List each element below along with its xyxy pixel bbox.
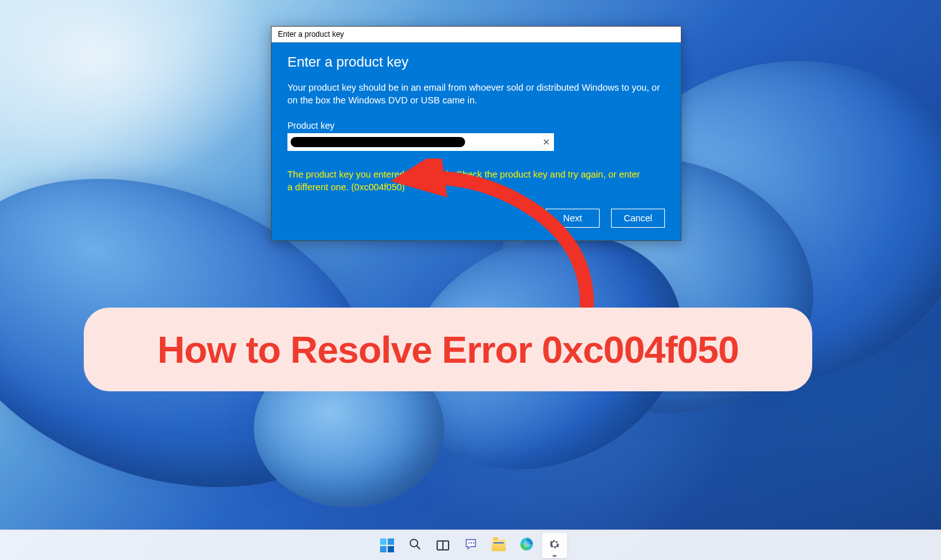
search-button[interactable] [402, 533, 428, 558]
start-button[interactable] [374, 533, 400, 558]
dialog-description: Your product key should be in an email f… [287, 82, 665, 107]
chat-button[interactable] [458, 533, 484, 558]
folder-icon [492, 540, 506, 551]
settings-button[interactable] [542, 533, 567, 558]
search-icon [409, 538, 421, 553]
taskview-button[interactable] [430, 533, 456, 558]
caption-banner: How to Resolve Error 0xc004f050 [84, 308, 812, 391]
svg-point-4 [470, 542, 471, 544]
svg-point-7 [523, 541, 529, 547]
caption-text: How to Resolve Error 0xc004f050 [157, 328, 739, 372]
dialog-heading: Enter a product key [287, 54, 665, 70]
chat-icon [464, 537, 478, 554]
svg-point-5 [473, 542, 474, 544]
taskview-icon [437, 540, 449, 550]
svg-line-2 [416, 545, 419, 549]
edge-icon [519, 537, 534, 554]
taskbar [0, 530, 941, 560]
clear-input-icon[interactable]: ✕ [543, 137, 550, 147]
windows-logo-icon [380, 538, 394, 552]
next-button[interactable]: Next [546, 209, 600, 228]
file-explorer-button[interactable] [486, 533, 511, 558]
gear-icon [548, 537, 562, 554]
svg-point-3 [468, 542, 470, 544]
edge-button[interactable] [514, 533, 539, 558]
dialog-body: Enter a product key Your product key sho… [272, 42, 681, 240]
product-key-dialog: Enter a product key Enter a product key … [271, 26, 681, 241]
cancel-button[interactable]: Cancel [611, 209, 665, 228]
dialog-button-row: Next Cancel [287, 209, 665, 228]
product-key-label: Product key [287, 120, 665, 131]
error-message: The product key you entered didn't work.… [287, 169, 643, 193]
dialog-titlebar[interactable]: Enter a product key [272, 27, 681, 42]
product-key-value-redacted [291, 137, 465, 147]
product-key-input[interactable]: ✕ [287, 133, 554, 151]
